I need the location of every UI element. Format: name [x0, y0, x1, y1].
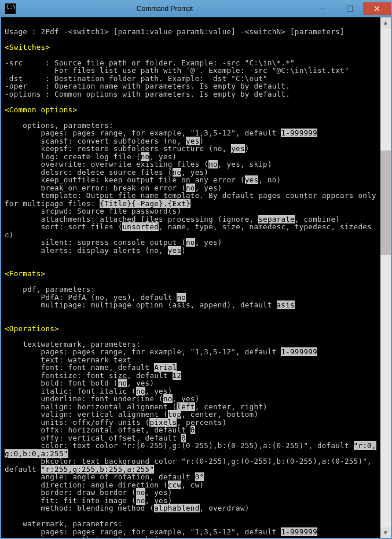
co-sort: sort: sort files (unsorted, name, type, …: [5, 222, 372, 239]
scroll-up-arrow[interactable]: ▲: [380, 17, 391, 28]
window-frame: Usage : 2Pdf -<switch1> [param1:value pa…: [0, 17, 392, 539]
scroll-thumb[interactable]: [380, 151, 391, 255]
operations-heading: <Operations>: [5, 324, 59, 333]
sw-opts: -options : Common options with parameter…: [5, 90, 290, 98]
co-alerts: alerts: display alerts (no, yes): [5, 246, 186, 255]
scroll-down-arrow[interactable]: ▼: [380, 527, 391, 538]
scrollbar[interactable]: ▲ ▼: [380, 17, 391, 538]
console-text: Usage : 2Pdf -<switch1> [param1:value pa…: [5, 20, 378, 539]
window-title: Command Prompt: [20, 5, 310, 13]
tw-method: method: blending method (alphablend, ove…: [5, 504, 250, 512]
console-area[interactable]: Usage : 2Pdf -<switch1> [param1:value pa…: [1, 17, 391, 538]
fm-multipage: multipage: multipage option (asis, appen…: [5, 300, 295, 309]
switches-heading: <Switches>: [5, 43, 50, 52]
co-template: template: Output file name template. By …: [5, 191, 381, 208]
usage-line: Usage : 2Pdf -<switch1> [param1:value pa…: [5, 27, 345, 36]
close-button[interactable]: ✕: [363, 2, 391, 15]
window-controls: ─ ☐ ✕: [310, 2, 391, 15]
minimize-button[interactable]: ─: [310, 2, 336, 15]
tw-bkcolor: bkcolor: text background color "r:(0-255…: [5, 457, 376, 474]
maximize-button[interactable]: ☐: [336, 2, 363, 15]
common-heading: <Common options>: [5, 105, 77, 114]
window-titlebar: C:\ Command Prompt ─ ☐ ✕: [0, 0, 392, 17]
app-icon: C:\: [5, 3, 16, 14]
formats-heading: <Formats>: [5, 269, 45, 278]
wm-image: image: path to watermark image: [5, 535, 177, 539]
app-icon-text: C:\: [6, 5, 16, 10]
tw-color: color: text color "r:(0-255),g:(0-255),b…: [5, 441, 376, 458]
